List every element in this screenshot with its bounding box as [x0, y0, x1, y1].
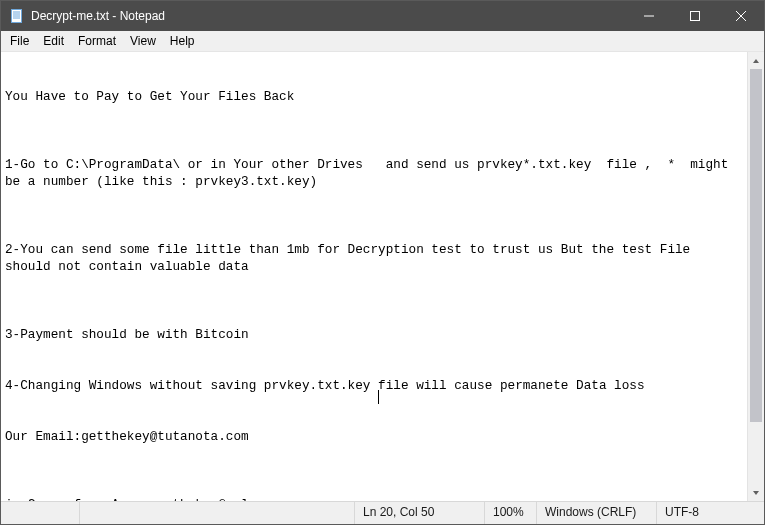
- menu-help[interactable]: Help: [163, 31, 202, 51]
- statusbar: Ln 20, Col 50 100% Windows (CRLF) UTF-8: [1, 501, 764, 524]
- status-encoding: UTF-8: [656, 502, 764, 524]
- maximize-button[interactable]: [672, 1, 718, 31]
- status-position: Ln 20, Col 50: [354, 502, 484, 524]
- menu-format[interactable]: Format: [71, 31, 123, 51]
- status-zoom: 100%: [484, 502, 536, 524]
- text-editor[interactable]: You Have to Pay to Get Your Files Back 1…: [1, 52, 747, 501]
- status-spacer: [79, 502, 354, 524]
- svg-rect-6: [691, 12, 700, 21]
- titlebar: Decrypt-me.txt - Notepad: [1, 1, 764, 31]
- menu-file[interactable]: File: [3, 31, 36, 51]
- scroll-down-button[interactable]: [748, 484, 764, 501]
- close-button[interactable]: [718, 1, 764, 31]
- scrollbar-track[interactable]: [748, 69, 764, 484]
- scrollbar-thumb[interactable]: [750, 69, 762, 422]
- menubar: File Edit Format View Help: [1, 31, 764, 52]
- minimize-button[interactable]: [626, 1, 672, 31]
- menu-view[interactable]: View: [123, 31, 163, 51]
- status-eol: Windows (CRLF): [536, 502, 656, 524]
- menu-edit[interactable]: Edit: [36, 31, 71, 51]
- scroll-up-button[interactable]: [748, 52, 764, 69]
- scrollbar-vertical[interactable]: [747, 52, 764, 501]
- editor-area: You Have to Pay to Get Your Files Back 1…: [1, 52, 764, 501]
- status-empty: [1, 502, 79, 524]
- notepad-icon: [9, 8, 25, 24]
- window-title: Decrypt-me.txt - Notepad: [31, 9, 165, 23]
